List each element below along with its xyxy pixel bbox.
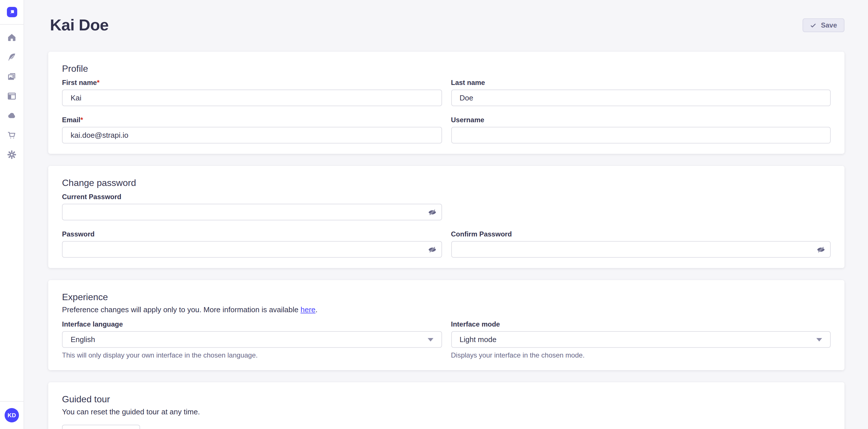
strapi-logo[interactable]	[7, 7, 17, 17]
sidebar-nav	[7, 25, 17, 160]
username-input-wrap	[451, 127, 831, 143]
required-asterisk: *	[97, 78, 99, 87]
profile-grid: First name* Last name Email*	[62, 78, 831, 143]
save-button-label: Save	[821, 21, 837, 29]
first-name-field-group: First name*	[62, 78, 442, 106]
change-password-section-title: Change password	[62, 176, 831, 190]
guided-tour-section-title: Guided tour	[62, 393, 831, 406]
username-field-group: Username	[451, 116, 831, 143]
current-password-label: Current Password	[62, 192, 442, 201]
check-icon	[810, 22, 816, 28]
experience-description: Preference changes will apply only to yo…	[62, 305, 831, 315]
interface-language-select[interactable]: English	[62, 331, 442, 348]
last-name-field-group: Last name	[451, 78, 831, 106]
password-grid-spacer	[451, 192, 831, 220]
gear-icon	[7, 150, 17, 160]
avatar-initials: KD	[7, 412, 16, 418]
interface-mode-field-group: Interface mode Light mode Displays your …	[451, 320, 831, 360]
sidebar-item-media-library[interactable]	[7, 72, 17, 81]
sidebar-item-settings[interactable]	[7, 150, 17, 160]
page: KD Kai Doe Save Profile Fir	[0, 0, 868, 429]
first-name-input-wrap	[62, 90, 442, 106]
confirm-password-input-wrap	[451, 241, 831, 258]
sidebar-item-marketplace[interactable]	[7, 130, 17, 140]
app-shell: KD Kai Doe Save Profile Fir	[0, 0, 868, 429]
first-name-label: First name*	[62, 78, 442, 87]
interface-language-helper: This will only display your own interfac…	[62, 351, 442, 360]
new-password-input[interactable]	[62, 241, 442, 258]
user-avatar[interactable]: KD	[5, 408, 19, 422]
current-password-field-group: Current Password	[62, 192, 442, 220]
profile-section-title: Profile	[62, 62, 831, 76]
save-button[interactable]: Save	[803, 19, 844, 32]
current-password-input-wrap	[62, 204, 442, 220]
interface-mode-select[interactable]: Light mode	[451, 331, 831, 348]
sidebar-item-content-type-builder[interactable]	[7, 52, 17, 62]
email-input[interactable]	[62, 127, 442, 143]
cart-icon	[7, 130, 17, 140]
first-name-input[interactable]	[62, 90, 442, 106]
sidebar-item-deploy[interactable]	[7, 111, 17, 121]
experience-grid: Interface language English This will onl…	[62, 320, 831, 360]
profile-card: Profile First name* Last name	[48, 52, 844, 154]
new-password-label: Password	[62, 230, 442, 239]
confirm-password-field-group: Confirm Password	[451, 230, 831, 258]
sidebar-footer: KD	[0, 401, 24, 429]
sidebar: KD	[0, 0, 24, 429]
confirm-password-input[interactable]	[451, 241, 831, 258]
cloud-icon	[7, 111, 17, 121]
strapi-logo-icon	[8, 9, 15, 15]
change-password-card: Change password Current Password	[48, 166, 844, 268]
last-name-input[interactable]	[451, 90, 831, 106]
sidebar-item-content-manager[interactable]	[7, 91, 17, 101]
main-content: Kai Doe Save Profile First name*	[24, 0, 868, 429]
email-input-wrap	[62, 127, 442, 143]
sidebar-item-home[interactable]	[7, 33, 17, 42]
feather-icon	[7, 52, 17, 62]
current-password-input[interactable]	[62, 204, 442, 220]
layout-icon	[7, 91, 17, 101]
sidebar-logo-box	[0, 0, 24, 25]
interface-mode-value: Light mode	[460, 335, 497, 344]
last-name-label: Last name	[451, 78, 831, 87]
new-password-field-group: Password	[62, 230, 442, 258]
page-title: Kai Doe	[50, 16, 108, 34]
home-icon	[7, 33, 17, 42]
experience-section-title: Experience	[62, 290, 831, 304]
new-password-input-wrap	[62, 241, 442, 258]
guided-tour-description: You can reset the guided tour at any tim…	[62, 407, 831, 417]
more-information-link[interactable]: here	[301, 305, 315, 314]
toggle-current-password-visibility-button[interactable]	[423, 204, 441, 220]
password-grid: Current Password	[62, 192, 831, 258]
eye-off-icon	[816, 245, 826, 254]
eye-off-icon	[427, 245, 437, 254]
email-field-group: Email*	[62, 116, 442, 143]
interface-mode-label: Interface mode	[451, 320, 831, 329]
interface-language-label: Interface language	[62, 320, 442, 329]
interface-language-field-group: Interface language English This will onl…	[62, 320, 442, 360]
chevron-down-icon	[816, 338, 822, 341]
interface-mode-helper: Displays your interface in the chosen mo…	[451, 351, 831, 360]
media-library-icon	[7, 72, 17, 81]
reset-guided-tour-button[interactable]: Reset guided tour	[62, 425, 140, 429]
email-label: Email*	[62, 116, 442, 125]
page-header: Kai Doe Save	[48, 16, 844, 34]
last-name-input-wrap	[451, 90, 831, 106]
chevron-down-icon	[427, 338, 433, 341]
guided-tour-card: Guided tour You can reset the guided tou…	[48, 382, 844, 429]
interface-language-value: English	[71, 335, 95, 344]
experience-card: Experience Preference changes will apply…	[48, 280, 844, 370]
username-label: Username	[451, 116, 831, 125]
eye-off-icon	[427, 207, 437, 217]
toggle-new-password-visibility-button[interactable]	[423, 242, 441, 257]
username-input[interactable]	[451, 127, 831, 143]
toggle-confirm-password-visibility-button[interactable]	[812, 242, 830, 257]
required-asterisk: *	[81, 116, 83, 124]
confirm-password-label: Confirm Password	[451, 230, 831, 239]
